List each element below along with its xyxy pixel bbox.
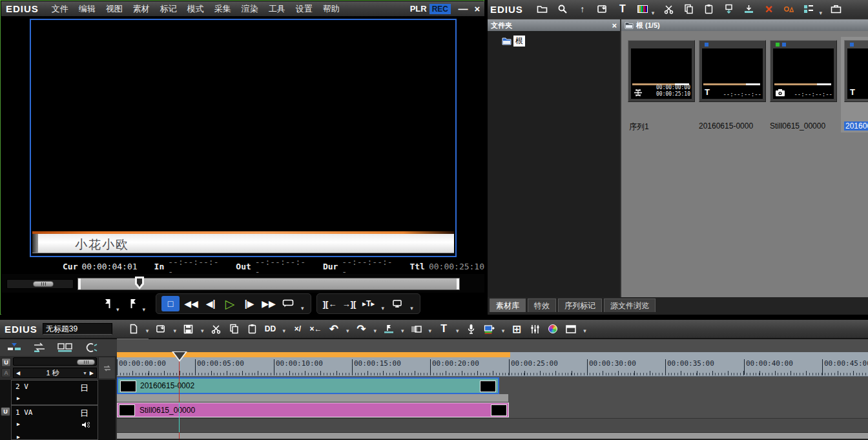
next-frame-button[interactable]: |▶ [242,296,257,311]
track-2v-right-cell[interactable] [98,380,116,405]
add-cut-point-caret[interactable]: ▾ [400,328,406,334]
open-project-caret[interactable]: ▾ [172,328,178,334]
menu-help[interactable]: 帮助 [318,2,345,16]
loop-playback-button[interactable] [280,296,296,311]
track-2v-expand-icon[interactable]: ▶ [17,395,20,401]
track-sync-cell[interactable] [98,357,116,379]
colorbars-dropdown-caret[interactable]: ▾ [650,10,656,16]
cut-button[interactable] [661,2,676,16]
track-row-1va[interactable]: Still0615_00000 [117,403,868,418]
menu-mode[interactable]: 模式 [182,2,209,16]
bin-clip-label-selected[interactable]: 201606 [844,121,868,131]
bin-clip-title1[interactable]: T --:--:--:-- [699,40,766,102]
track-1va-right-cell[interactable] [98,405,116,440]
set-in-point-button[interactable] [99,296,115,311]
timeline-clip-video[interactable]: 20160615-0002 [117,377,499,394]
out-point-dropdown-caret[interactable]: ▾ [141,306,147,313]
overwrite-to-timeline-button[interactable] [741,2,756,16]
track-header-1va[interactable]: 1 VA 日 ▶ ▶ [11,405,98,440]
export-button[interactable] [389,296,405,311]
plr-mode-indicator[interactable]: PLR [410,4,427,14]
tab-bin[interactable]: 素材库 [490,299,526,312]
root-folder-label[interactable]: 根 [513,36,525,47]
zoom-left-arrow-icon[interactable]: ◀ [14,370,23,376]
minimize-button[interactable]: — [456,3,470,14]
export-project-caret[interactable]: ▾ [501,328,506,334]
add-to-timeline-button[interactable] [721,2,736,16]
tab-effects[interactable]: 特效 [528,299,556,312]
mixer-row-2v[interactable] [117,394,868,403]
play-around-cursor-button[interactable]: ▸T▸ [361,296,377,311]
save-project-caret[interactable]: ▾ [200,328,205,334]
search-button[interactable] [555,2,570,16]
move-up-button[interactable]: ↑ [575,2,590,16]
playhead-marker[interactable] [172,351,187,362]
folder-tree-root-item[interactable]: 根 [502,36,525,47]
bin-clip-still[interactable]: --:--:--:-- [770,40,837,102]
undo-caret[interactable]: ▾ [345,328,351,334]
create-title-button[interactable]: T [615,2,630,16]
add-transition-button[interactable] [409,322,424,336]
stop-button[interactable]: □ [161,296,180,311]
track-header-2v[interactable]: 2 V 日 ▶ [11,380,98,405]
menu-marker[interactable]: 标记 [155,2,182,16]
add-transition-caret[interactable]: ▾ [428,328,433,334]
play-around-dropdown-caret[interactable]: ▾ [380,305,386,311]
fast-forward-button[interactable]: ▶▶ [261,296,276,311]
track-1va-audio-icon[interactable] [81,421,90,428]
redo-caret[interactable]: ▾ [373,328,378,334]
ripple-mode-icon[interactable] [57,342,74,353]
timeline-zoom-control[interactable]: ◀ 1 秒 ▼ ▶ [13,368,97,378]
bottom-strip-row[interactable] [117,432,868,439]
set-out-point-button[interactable] [126,296,141,311]
shuttle-slider[interactable] [6,279,74,289]
in-point-dropdown-caret[interactable]: ▾ [115,306,121,313]
track-row-2v[interactable]: 20160615-0002 [117,377,868,394]
audio-sub-row[interactable] [117,418,868,432]
track-2v-video-icon[interactable]: 日 [80,382,88,394]
goto-out-button[interactable]: →][ [342,296,357,311]
menu-edit[interactable]: 编辑 [74,2,101,16]
menu-view[interactable]: 视图 [101,2,128,16]
redo-button[interactable]: ↷ [355,322,369,336]
window-layout-button[interactable] [564,322,578,336]
bin-clip-label[interactable]: Still0615_00000 [770,121,825,131]
menu-clip[interactable]: 素材 [128,2,155,16]
zoom-right-arrow-icon[interactable]: ▶ [87,370,96,376]
menu-render[interactable]: 渲染 [236,2,264,16]
track-1va-video-icon[interactable]: 日 [80,408,88,419]
tab-sequence-markers[interactable]: 序列标记 [558,299,602,312]
timeline-paste-button[interactable] [245,322,259,336]
voiceover-button[interactable] [464,322,479,336]
timeline-overview-bar[interactable] [117,352,868,357]
tab-source-browser[interactable]: 源文件浏览 [604,299,656,312]
export-project-button[interactable] [482,322,497,336]
view-mode-dropdown-caret[interactable]: ▾ [818,10,823,16]
track-1va-expand-icon[interactable]: ▶ [17,421,20,427]
track-1va-mute-button[interactable]: U [1,407,10,416]
menu-file[interactable]: 文件 [46,2,74,16]
track-1va-audio-expand-icon[interactable]: ▶ [17,434,20,440]
add-clip-button[interactable] [595,2,610,16]
delete-in-out-button[interactable]: ×/ [291,322,305,336]
title-tool-button[interactable]: T [437,322,451,336]
undo-button[interactable]: ↶ [327,322,341,336]
mixer-strip[interactable] [117,394,508,403]
zoom-dropdown-caret[interactable]: ▼ [83,371,87,375]
delete-button[interactable]: × [761,2,776,16]
shuttle-slider-handle[interactable] [33,281,54,287]
track-height-slider[interactable] [13,357,97,366]
play-button[interactable]: ▷ [222,296,238,311]
group-mode-icon[interactable] [84,342,99,353]
new-folder-button[interactable] [535,2,550,16]
window-layout-caret[interactable]: ▾ [582,328,588,334]
bin-clip-title2[interactable]: T [844,40,868,102]
sync-mode-icon[interactable] [32,342,46,353]
colorbars-button[interactable] [636,2,650,16]
delete-gap-button[interactable]: ×← [309,322,323,336]
goto-in-button[interactable]: ][← [322,296,338,311]
ripple-delete-button[interactable]: DD [263,322,277,336]
bin-clip-sequence[interactable]: 00:00:00:00 00:00:25:10 [628,40,695,102]
rewind-button[interactable]: ◀◀ [183,296,199,311]
track-2v-side-cell[interactable] [0,380,11,405]
